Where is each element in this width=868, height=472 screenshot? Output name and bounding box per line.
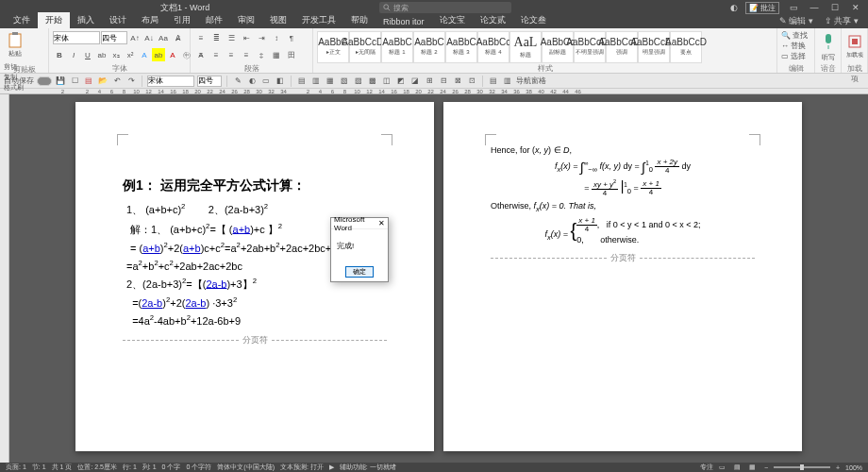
align-right-icon[interactable]: ≡ <box>225 48 238 61</box>
q-icon-7[interactable]: ▦ <box>325 76 336 87</box>
clear-format-icon[interactable]: A̷ <box>171 31 184 44</box>
share-button[interactable]: ⇪ 共享 ▾ <box>821 14 862 28</box>
zoom-level[interactable]: 100% <box>845 464 862 471</box>
font-family-select[interactable] <box>53 31 100 44</box>
open-icon[interactable]: 📂 <box>97 76 108 87</box>
decrease-indent-icon[interactable]: ⇤ <box>240 31 253 44</box>
bold-icon[interactable]: B <box>53 48 66 61</box>
underline-icon[interactable]: U <box>81 48 94 61</box>
export-icon[interactable]: ▤ <box>83 76 94 87</box>
tab-design[interactable]: 设计 <box>102 12 134 28</box>
tab-references[interactable]: 引用 <box>166 12 198 28</box>
q-icon-17[interactable]: ⊡ <box>466 76 477 87</box>
zoom-in-icon[interactable]: + <box>836 464 840 471</box>
status-col[interactable]: 列: 1 <box>142 463 157 472</box>
q-icon-14[interactable]: ⊞ <box>424 76 435 87</box>
tab-lunwen3[interactable]: 论文叁 <box>513 12 554 28</box>
style-2[interactable]: AaBbC标题 1 <box>381 31 413 63</box>
grow-font-icon[interactable]: A↑ <box>128 31 142 44</box>
status-page[interactable]: 页面: 1 <box>6 463 26 472</box>
status-focus[interactable]: 专注 <box>700 463 713 472</box>
status-position[interactable]: 位置: 2.5厘米 <box>77 463 117 472</box>
bullets-icon[interactable]: ≡ <box>194 31 208 44</box>
status-section[interactable]: 节: 1 <box>32 463 46 472</box>
q-icon-18[interactable]: ▤ <box>488 76 499 87</box>
q-icon-11[interactable]: ◫ <box>381 76 392 87</box>
text-effects-icon[interactable]: A <box>138 48 151 61</box>
editing-mode-button[interactable]: ✎ 编辑 ▾ <box>776 14 817 28</box>
style-1[interactable]: AaBbCcDd▸无间隔 <box>349 31 381 63</box>
tab-lunwen1[interactable]: 论文宝 <box>432 12 473 28</box>
q-icon-1[interactable]: ✎ <box>232 76 243 87</box>
status-chars[interactable]: 0 个字符 <box>186 463 211 472</box>
numbering-icon[interactable]: ≣ <box>209 31 223 44</box>
align-left-icon[interactable]: ≡ <box>194 48 208 61</box>
status-track[interactable]: 文本预测: 打开 <box>280 463 324 472</box>
nav-pane-button[interactable]: 导航窗格 <box>516 76 546 86</box>
web-layout-icon[interactable]: ▦ <box>749 464 759 471</box>
subscript-icon[interactable]: x₂ <box>109 48 123 61</box>
q-icon-3[interactable]: ▭ <box>260 76 272 87</box>
strike-icon[interactable]: ab <box>95 48 108 61</box>
vertical-ruler[interactable] <box>0 94 9 463</box>
quick-size-select[interactable] <box>197 76 222 87</box>
undo-icon[interactable]: ↶ <box>111 76 123 87</box>
q-icon-12[interactable]: ◩ <box>395 76 407 87</box>
borders-icon[interactable]: 田 <box>285 48 298 61</box>
font-color-icon[interactable]: A <box>166 48 179 61</box>
highlight-icon[interactable]: ab <box>152 48 165 61</box>
tab-help[interactable]: 帮助 <box>343 12 376 28</box>
tab-mailings[interactable]: 邮件 <box>198 12 230 28</box>
autosave-toggle[interactable] <box>37 76 52 86</box>
tab-file[interactable]: 文件 <box>6 12 38 28</box>
superscript-icon[interactable]: x² <box>124 48 137 61</box>
tab-review[interactable]: 审阅 <box>230 12 262 28</box>
style-3[interactable]: AaBbC标题 2 <box>413 31 445 63</box>
style-11[interactable]: AaBbCcD要点 <box>670 31 702 63</box>
tab-developer[interactable]: 开发工具 <box>294 12 343 28</box>
ribbon-options-icon[interactable]: ▭ <box>787 2 800 13</box>
tab-home[interactable]: 开始 <box>38 12 70 28</box>
tab-lunwen2[interactable]: 论文贰 <box>473 12 513 28</box>
show-marks-icon[interactable]: ¶ <box>285 31 298 44</box>
sort-icon[interactable]: ↕ <box>270 31 283 44</box>
maximize-icon[interactable]: ☐ <box>828 2 842 13</box>
user-avatar-icon[interactable]: ◐ <box>730 3 738 12</box>
increase-indent-icon[interactable]: ⇥ <box>255 31 268 44</box>
select-button[interactable]: ▭选择 <box>781 51 806 61</box>
shading-icon[interactable]: ▦ <box>270 48 283 61</box>
q-icon-8[interactable]: ▧ <box>339 76 350 87</box>
paste-button[interactable]: 粘贴 <box>4 30 26 60</box>
read-mode-icon[interactable]: ▭ <box>719 464 728 471</box>
dictate-icon[interactable] <box>821 32 836 51</box>
close-icon[interactable]: ✕ <box>849 2 862 13</box>
style-6[interactable]: AaL标题 <box>509 31 542 63</box>
q-icon-19[interactable]: ▥ <box>502 76 513 87</box>
q-icon-5[interactable]: ▤ <box>296 76 308 87</box>
zoom-slider[interactable] <box>774 466 830 468</box>
dialog-ok-button[interactable]: 确定 <box>345 266 374 278</box>
status-words[interactable]: 0 个字 <box>162 463 181 472</box>
save-icon[interactable]: 💾 <box>55 76 66 87</box>
shrink-font-icon[interactable]: A↓ <box>142 31 156 44</box>
line-spacing-icon[interactable]: ‡ <box>255 48 268 61</box>
redo-icon[interactable]: ↷ <box>125 76 137 87</box>
q-icon-13[interactable]: ◪ <box>409 76 421 87</box>
addin-icon[interactable] <box>847 34 862 49</box>
tab-layout[interactable]: 布局 <box>134 12 166 28</box>
quick-font-select[interactable] <box>147 76 194 87</box>
q-icon-16[interactable]: ⊠ <box>452 76 463 87</box>
q-icon-10[interactable]: ▩ <box>367 76 378 87</box>
new-icon[interactable]: ☐ <box>69 76 80 87</box>
q-icon-15[interactable]: ⊟ <box>438 76 449 87</box>
find-button[interactable]: 🔍查找 <box>781 30 808 41</box>
print-layout-icon[interactable]: ▤ <box>734 464 743 471</box>
style-5[interactable]: AaBbCc标题 4 <box>477 31 509 63</box>
status-assist[interactable]: 辅助功能: 一切就绪 <box>340 463 396 472</box>
tab-insert[interactable]: 插入 <box>70 12 102 28</box>
zoom-out-icon[interactable]: − <box>764 464 768 471</box>
q-icon-2[interactable]: ◐ <box>246 76 258 87</box>
q-icon-4[interactable]: ◧ <box>275 76 286 87</box>
status-pages[interactable]: 共 1 页 <box>52 463 73 472</box>
style-4[interactable]: AaBbC标题 3 <box>445 31 477 63</box>
